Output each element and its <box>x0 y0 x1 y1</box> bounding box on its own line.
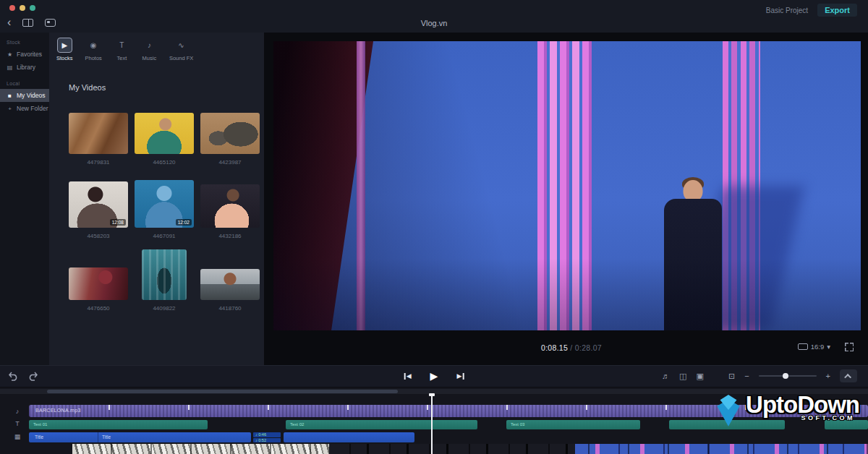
video-thumbnail[interactable] <box>142 249 187 300</box>
library-sidebar: Stock ★ Favorites ▤ Library Local ■ My V… <box>0 33 49 365</box>
media-grid: 4479831 4465120 4423987 12:08 4458203 12… <box>69 100 260 314</box>
time-divider: / <box>570 343 572 352</box>
media-item: 4423987 <box>200 100 260 168</box>
tab-photos[interactable]: ◉ Photos <box>85 38 102 61</box>
video-track-icon[interactable]: ▦ <box>12 433 23 440</box>
tab-text[interactable]: T Text <box>114 38 129 61</box>
video-thumbnail[interactable] <box>69 267 128 300</box>
aspect-rect-icon <box>798 343 808 350</box>
media-panel: ▶ Stocks ◉ Photos T Text ♪ Music ∿ Sound… <box>49 33 264 365</box>
watermark-brand: UptoDown <box>746 394 859 416</box>
text-clip[interactable]: Text 02 <box>286 420 477 429</box>
vignette-overlay <box>273 41 861 330</box>
chevron-down-icon: ▾ <box>827 343 830 351</box>
duration-badge: 12:02 <box>176 219 192 226</box>
chevron-up-icon <box>844 373 851 380</box>
redo-icon[interactable] <box>27 371 39 382</box>
text-clip[interactable]: Text 01 <box>29 420 208 429</box>
library-icon: ▤ <box>7 64 13 71</box>
tab-label: Text <box>116 55 127 61</box>
video-thumbnail[interactable] <box>200 269 260 300</box>
tab-sound-fx[interactable]: ∿ Sound FX <box>169 38 193 61</box>
audio-track-icon[interactable]: ♪ <box>12 408 23 415</box>
media-section-title: My Videos <box>69 83 106 92</box>
audio-chip[interactable]: ♪ 0:46 <box>253 432 281 437</box>
prev-glyph: ◀ <box>407 372 412 380</box>
video-thumbnail[interactable] <box>69 113 128 154</box>
video-thumbnail[interactable]: 12:08 <box>69 181 128 228</box>
title-clip[interactable]: Title <box>29 432 251 442</box>
close-window-button[interactable] <box>9 5 15 11</box>
sidebar-item-new-folder[interactable]: + New Folder <box>0 102 49 115</box>
crop-clip-button[interactable]: ▣ <box>697 372 704 381</box>
minimap-viewport[interactable] <box>47 390 398 393</box>
timecode: 0:08.15 / 0:28.07 <box>541 343 602 352</box>
media-item: 4432186 <box>200 168 260 242</box>
video-filename: 4423987 <box>218 159 241 166</box>
add-audio-button[interactable]: ♬ <box>662 372 670 380</box>
zoom-window-button[interactable] <box>30 5 35 11</box>
text-track-icon[interactable]: T <box>12 420 23 427</box>
play-button[interactable]: ▶ <box>430 370 438 382</box>
minimize-window-button[interactable] <box>20 5 25 11</box>
project-type-label: Basic Project <box>766 7 808 14</box>
project-title: Vlog.vn <box>0 19 868 27</box>
window-controls <box>9 5 35 11</box>
tab-label: Stocks <box>56 55 73 61</box>
tab-stocks[interactable]: ▶ Stocks <box>56 38 73 61</box>
sidebar-item-label: New Folder <box>17 105 48 112</box>
video-filename: 4465120 <box>153 159 175 166</box>
video-preview[interactable] <box>273 41 861 330</box>
zoom-out-button[interactable]: − <box>744 372 749 380</box>
video-thumbnail[interactable] <box>200 113 260 154</box>
export-button[interactable]: Export <box>817 4 857 17</box>
music-icon: ♪ <box>142 38 157 53</box>
fullscreen-icon[interactable] <box>845 343 854 351</box>
folder-icon: ■ <box>7 93 13 99</box>
title-clip[interactable] <box>284 432 414 442</box>
chip-time: 0:46 <box>258 432 266 437</box>
previous-frame-button[interactable]: ◀ <box>404 372 412 380</box>
note-icon: ♪ <box>255 438 258 442</box>
watermark-subtitle: SOFT.COM <box>801 414 860 421</box>
undo-icon[interactable] <box>7 371 19 382</box>
audio-chip-stack: ♪ 0:46 ♪ 0:52 <box>253 432 281 442</box>
playhead[interactable] <box>431 393 433 454</box>
video-filename: 4432186 <box>218 233 241 239</box>
media-tabs: ▶ Stocks ◉ Photos T Text ♪ Music ∿ Sound… <box>56 38 193 61</box>
sidebar-item-favorites[interactable]: ★ Favorites <box>0 48 49 61</box>
text-clip[interactable]: Text 03 <box>506 420 640 429</box>
preview-status-bar: 0:08.15 / 0:28.07 16:9 ▾ <box>264 330 868 365</box>
fit-timeline-button[interactable]: ⊡ <box>728 372 735 381</box>
media-item: 4409822 <box>135 242 194 314</box>
media-item: 12:08 4458203 <box>69 168 128 242</box>
stocks-icon: ▶ <box>57 38 72 53</box>
sidebar-item-label: Library <box>17 64 35 71</box>
sidebar-item-my-videos[interactable]: ■ My Videos <box>0 89 49 102</box>
sidebar-item-label: Favorites <box>17 51 42 58</box>
skip-bar <box>462 373 464 380</box>
video-thumbnail[interactable] <box>135 113 194 154</box>
title-clip-marker[interactable]: Title <box>98 432 111 442</box>
tab-music[interactable]: ♪ Music <box>142 38 157 61</box>
chip-time: 0:52 <box>258 438 266 442</box>
plus-icon: + <box>7 106 13 112</box>
total-time: 0:28.07 <box>575 343 602 352</box>
next-glyph: ▶ <box>456 372 461 380</box>
next-frame-button[interactable]: ▶ <box>456 372 464 380</box>
aspect-ratio-dropdown[interactable]: 16:9 ▾ <box>798 343 830 351</box>
split-clip-button[interactable]: ◫ <box>679 372 686 381</box>
media-item: 4476650 <box>69 242 128 314</box>
video-thumbnail[interactable]: 12:02 <box>135 180 194 228</box>
star-icon: ★ <box>7 51 13 58</box>
text-icon: T <box>114 38 129 53</box>
duration-badge: 12:08 <box>110 219 126 226</box>
sound-fx-icon: ∿ <box>174 38 189 53</box>
collapse-timeline-button[interactable] <box>840 369 857 382</box>
video-thumbnail[interactable] <box>200 184 260 228</box>
timeline-zoom-slider[interactable] <box>759 375 817 377</box>
sidebar-item-library[interactable]: ▤ Library <box>0 61 49 74</box>
zoom-in-button[interactable]: + <box>826 372 830 380</box>
audio-chip[interactable]: ♪ 0:52 <box>253 438 281 443</box>
zoom-slider-handle[interactable] <box>783 373 788 379</box>
